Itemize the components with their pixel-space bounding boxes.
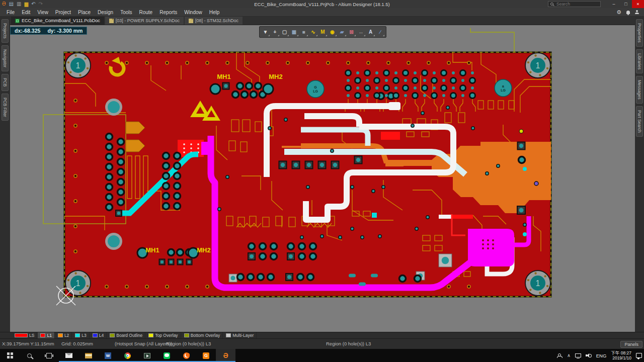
pcb-editor-canvas[interactable]: dx:-68.325 dy: -3.300 mm ▼ + ▢	[10, 25, 635, 332]
taskbar-altium-button[interactable]: Ə	[216, 349, 235, 362]
select-area-icon[interactable]: ▢	[280, 27, 289, 37]
silkscreen-label: MH2	[197, 246, 210, 254]
file-explorer-icon	[85, 353, 92, 358]
layer-tab-l1[interactable]: L1	[38, 332, 54, 338]
snap-setting: (Hotspot Snap (All Layers))	[115, 341, 173, 346]
document-tab-bar: ECC_Bike_CommBoard_V111.PcbDoc [03] - PO…	[10, 17, 635, 25]
save-all-icon[interactable]: ▥	[17, 2, 21, 7]
keepout-icon[interactable]: ⊠	[347, 27, 356, 37]
dx-value: dx:-68.325	[15, 28, 40, 34]
pcb-board-drawing[interactable]: GLGaLGMH1MH2MH1MH21111	[10, 25, 635, 332]
maximize-button[interactable]: □	[620, 0, 632, 8]
panel-tab-pcb-filter[interactable]: PCB Filter	[2, 94, 9, 121]
notifications-bell-icon[interactable]	[626, 11, 630, 14]
line-icon[interactable]: ∕	[375, 27, 385, 37]
settings-gear-icon[interactable]: ⚙	[616, 10, 621, 15]
taskbar-app-orange-ring-button[interactable]	[177, 349, 196, 362]
panels-button[interactable]: Panels	[620, 341, 642, 348]
menu-item[interactable]: Place	[74, 10, 94, 15]
menu-item[interactable]: Reports	[156, 10, 181, 15]
action-center-icon[interactable]	[636, 353, 642, 358]
sch-doc-icon	[109, 19, 114, 23]
taskbar-chrome-button[interactable]	[118, 349, 137, 362]
move-icon[interactable]: +	[270, 27, 280, 37]
ic-pad[interactable]	[307, 80, 324, 98]
layer-tab-top-overlay[interactable]: Top Overlay	[146, 332, 181, 338]
ic-pad[interactable]	[495, 79, 512, 97]
volume-icon[interactable]	[586, 353, 592, 358]
menu-item[interactable]: Route	[136, 10, 156, 15]
taskbar-search-button[interactable]	[20, 349, 39, 362]
doc-tab-label: [03] - POWER SUPPLY.SchDoc	[116, 18, 180, 23]
clock[interactable]: 下午 08:27 2019/1/10	[611, 350, 631, 360]
doc-tab-stm32[interactable]: [08] - STM32.SchDoc	[185, 17, 243, 25]
fill-icon[interactable]: ■	[299, 27, 308, 37]
panel-tab-messages[interactable]: Messages	[636, 76, 643, 104]
global-search-box[interactable]	[548, 1, 601, 7]
panel-tab-libraries[interactable]: Libraries	[636, 49, 643, 74]
doc-tab-pcbdoc[interactable]: ECC_Bike_CommBoard_V111.PcbDoc	[11, 17, 104, 25]
panel-tab-properties[interactable]: Properties	[636, 19, 643, 47]
diff-pair-route-icon[interactable]: M	[318, 27, 328, 37]
save-icon[interactable]: ▤	[9, 2, 14, 7]
menu-item[interactable]: Window	[181, 10, 206, 15]
menu-item[interactable]: View	[34, 10, 52, 15]
altium-logo-icon[interactable]: Ə	[2, 2, 6, 7]
layer-tab-board-outline[interactable]: Board Outline	[107, 332, 145, 338]
menu-item[interactable]: Tools	[117, 10, 135, 15]
close-button[interactable]: ×	[632, 0, 644, 8]
selection-info-right: Region (0 hole(s)) L3	[326, 341, 371, 346]
minimize-button[interactable]: –	[608, 0, 620, 8]
panel-tab-projects[interactable]: Projects	[2, 19, 9, 43]
dimension-icon[interactable]: ↔	[356, 27, 366, 37]
undo-icon[interactable]: ↶	[31, 2, 35, 7]
orange-ring-app-icon	[183, 352, 190, 359]
layer-tab-l3[interactable]: L3	[72, 332, 89, 338]
interactive-route-icon[interactable]: ∿	[308, 27, 318, 37]
network-icon[interactable]	[575, 353, 581, 357]
taskbar-start-button[interactable]	[0, 349, 20, 362]
language-indicator[interactable]: ENG	[596, 353, 607, 358]
doc-tab-label: ECC_Bike_CommBoard_V111.PcbDoc	[22, 18, 100, 23]
filter-icon[interactable]: ▼	[261, 27, 270, 37]
menu-item[interactable]: Project	[52, 10, 74, 15]
taskbar-mediaplayer-button[interactable]	[137, 349, 157, 362]
windows-taskbar: W G Ə ∧ ENG 下午 08:27 2019/1/10	[0, 349, 644, 362]
panel-tab-navigator[interactable]: Navigator	[2, 45, 9, 71]
text-icon[interactable]: A	[366, 27, 375, 37]
people-icon[interactable]	[556, 353, 562, 358]
layer-tab-l4[interactable]: L4	[90, 332, 107, 338]
svg-text:G: G	[314, 85, 317, 89]
menu-item[interactable]: Edit	[18, 10, 34, 15]
taskbar-word-button[interactable]: W	[98, 349, 118, 362]
taskbar-line-button[interactable]	[157, 349, 177, 362]
open-folder-icon[interactable]: ▆	[24, 2, 28, 7]
search-input[interactable]	[555, 1, 596, 7]
clock-date: 2019/1/10	[611, 355, 631, 360]
taskbar-explorer-button[interactable]	[78, 349, 98, 362]
menu-item[interactable]: Design	[94, 10, 117, 15]
pcb-doc-icon	[15, 19, 20, 23]
taskbar-mail-button[interactable]	[59, 349, 78, 362]
layer-tab-ls[interactable]: LS	[12, 332, 37, 338]
taskbar-app-g-button[interactable]: G	[196, 349, 216, 362]
tray-expand-chevron-icon[interactable]: ∧	[567, 353, 571, 358]
board-view-icon[interactable]: ▦	[289, 27, 299, 37]
user-account-icon[interactable]	[635, 10, 639, 14]
menu-item[interactable]: Help	[206, 10, 223, 15]
redo-icon[interactable]: ↷	[39, 2, 43, 7]
panel-tab-part-search[interactable]: Part Search	[636, 106, 643, 137]
layer-label: Multi-Layer	[232, 333, 254, 338]
panel-tab-pcb[interactable]: PCB	[2, 74, 9, 90]
layer-tab-bottom-overlay[interactable]: Bottom Overlay	[182, 332, 223, 338]
svg-text:1: 1	[76, 61, 80, 70]
window-title: ECC_Bike_CommBoard_V111.PrjPcb - Altium …	[0, 2, 644, 7]
media-player-icon	[144, 353, 150, 358]
layer-tab-l2[interactable]: L2	[55, 332, 72, 338]
polygon-pour-icon[interactable]: ▰	[337, 27, 347, 37]
via-icon[interactable]: ◉	[328, 27, 337, 37]
doc-tab-power-supply[interactable]: [03] - POWER SUPPLY.SchDoc	[105, 17, 184, 25]
layer-tab-multi-layer[interactable]: Multi-Layer	[223, 332, 257, 338]
taskbar-taskview-button[interactable]	[39, 349, 59, 362]
menu-item[interactable]: File	[3, 10, 18, 15]
